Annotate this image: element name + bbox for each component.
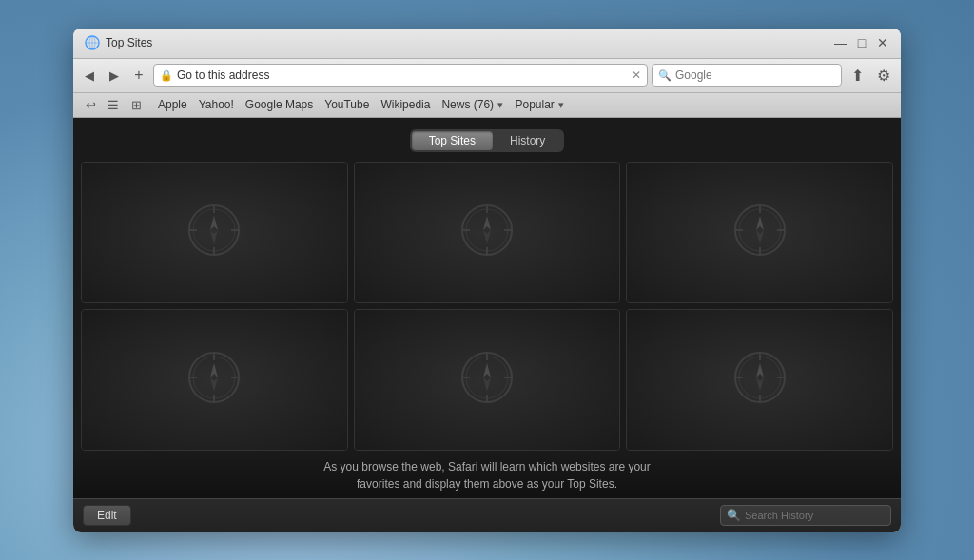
site-tile-3[interactable] — [626, 162, 893, 303]
bookmark-google-maps[interactable]: Google Maps — [241, 96, 318, 113]
browser-window: Top Sites — □ ✕ ◀ ▶ + 🔒 ✕ 🔍 ⬆ ⚙ ↩ ☰ ⊞ Ap… — [73, 29, 901, 532]
compass-icon-6 — [731, 349, 789, 410]
maximize-button[interactable]: □ — [855, 36, 868, 49]
svg-marker-35 — [210, 363, 218, 377]
svg-marker-20 — [483, 230, 491, 244]
info-section: As you browse the web, Safari will learn… — [73, 451, 901, 498]
info-text: As you browse the web, Safari will learn… — [73, 458, 901, 492]
svg-marker-51 — [756, 363, 764, 377]
back-history-button[interactable]: ↩ — [81, 95, 100, 114]
svg-point-38 — [466, 357, 508, 398]
svg-point-30 — [193, 357, 235, 398]
share-button[interactable]: ⬆ — [846, 64, 868, 87]
edit-button[interactable]: Edit — [83, 505, 131, 526]
back-button[interactable]: ◀ — [79, 65, 100, 86]
search-history-input[interactable] — [745, 510, 885, 521]
popular-dropdown-icon: ▾ — [558, 99, 564, 110]
title-bar: Top Sites — □ ✕ — [73, 29, 901, 59]
search-bar: 🔍 — [652, 64, 842, 87]
tab-top-sites[interactable]: Top Sites — [412, 131, 493, 150]
svg-marker-52 — [756, 377, 764, 392]
svg-point-22 — [739, 209, 781, 251]
info-text-line2: favorites and display them above as your… — [92, 475, 882, 492]
site-tile-2[interactable] — [354, 162, 621, 303]
svg-marker-44 — [483, 377, 491, 392]
site-tile-6[interactable] — [626, 309, 893, 451]
site-tile-4[interactable] — [81, 309, 348, 451]
bookmarks-bar: ↩ ☰ ⊞ Apple Yahoo! Google Maps YouTube W… — [73, 93, 901, 118]
bookmark-youtube[interactable]: YouTube — [320, 96, 374, 113]
bookmark-popular-label: Popular — [515, 98, 554, 111]
app-icon — [85, 35, 100, 50]
bookmark-yahoo[interactable]: Yahoo! — [194, 96, 239, 113]
bookmarks-icons: ↩ ☰ ⊞ — [81, 95, 146, 114]
site-tile-1[interactable] — [81, 162, 348, 303]
bookmark-apple[interactable]: Apple — [153, 96, 192, 113]
search-magnifier-icon: 🔍 — [658, 69, 672, 82]
svg-marker-27 — [756, 216, 764, 230]
reading-list-button[interactable]: ☰ — [104, 95, 123, 114]
svg-marker-28 — [756, 230, 764, 244]
main-content: Top Sites History — [73, 118, 901, 498]
address-clear-button[interactable]: ✕ — [632, 68, 641, 82]
sites-grid — [73, 162, 901, 451]
search-history-bar: 🔍 — [720, 505, 891, 526]
compass-icon-5 — [458, 349, 516, 410]
forward-button[interactable]: ▶ — [104, 65, 125, 86]
view-toggle: Top Sites History — [73, 118, 901, 162]
toggle-group: Top Sites History — [410, 129, 565, 152]
window-controls: — □ ✕ — [834, 36, 889, 49]
bookmark-news[interactable]: News (76) ▾ — [437, 96, 508, 113]
info-text-line1: As you browse the web, Safari will learn… — [92, 458, 882, 475]
bookmark-wikipedia[interactable]: Wikipedia — [376, 96, 435, 113]
compass-icon-4 — [185, 349, 243, 410]
site-tile-5[interactable] — [354, 309, 621, 451]
svg-marker-43 — [483, 363, 491, 377]
add-tab-button[interactable]: + — [128, 65, 149, 86]
svg-marker-36 — [210, 377, 218, 392]
close-button[interactable]: ✕ — [876, 36, 889, 49]
compass-icon-3 — [731, 202, 789, 262]
top-sites-button[interactable]: ⊞ — [127, 95, 146, 114]
svg-point-14 — [466, 209, 508, 251]
search-history-icon: 🔍 — [727, 509, 741, 522]
bookmark-news-label: News (76) — [441, 98, 494, 111]
address-input[interactable] — [177, 68, 628, 82]
compass-icon-1 — [185, 202, 243, 262]
address-bar: 🔒 ✕ — [153, 64, 648, 87]
search-input[interactable] — [675, 68, 835, 82]
window-title: Top Sites — [106, 36, 834, 49]
bookmark-popular[interactable]: Popular ▾ — [510, 96, 569, 113]
navigation-bar: ◀ ▶ + 🔒 ✕ 🔍 ⬆ ⚙ — [73, 59, 901, 93]
compass-icon-2 — [458, 202, 516, 262]
settings-button[interactable]: ⚙ — [872, 64, 895, 87]
news-dropdown-icon: ▾ — [497, 99, 503, 110]
svg-point-46 — [739, 357, 781, 398]
svg-marker-19 — [483, 216, 491, 230]
bottom-bar: Edit 🔍 — [73, 498, 901, 532]
address-icon: 🔒 — [160, 69, 173, 82]
tab-history[interactable]: History — [493, 131, 562, 150]
minimize-button[interactable]: — — [834, 36, 847, 49]
